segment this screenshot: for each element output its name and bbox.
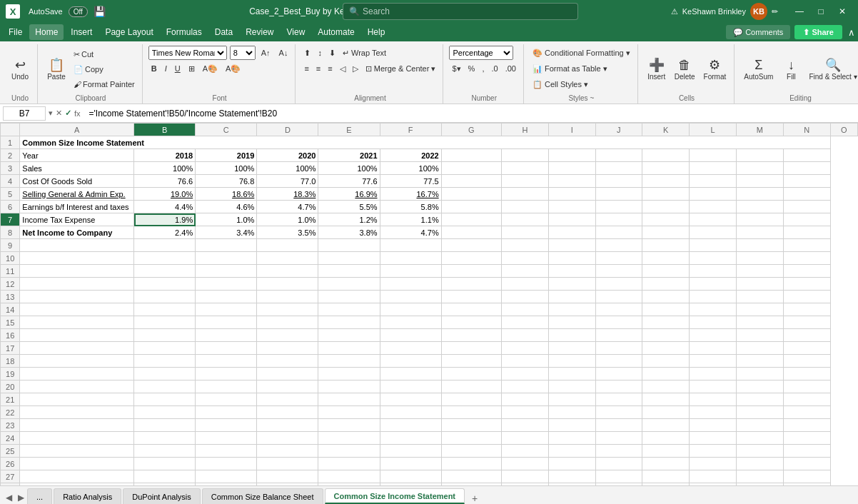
cell-M-21[interactable] (736, 393, 783, 406)
cell-B-18[interactable] (134, 355, 196, 368)
cell-G-17[interactable] (441, 342, 501, 355)
cell-B-26[interactable] (134, 458, 196, 470)
cell-A-22[interactable] (20, 406, 134, 419)
cell-N-28[interactable] (783, 483, 830, 486)
cell-B-6[interactable]: 4.4% (134, 201, 196, 213)
cell-K-15[interactable] (642, 316, 690, 329)
cell-B-4[interactable]: 76.6 (134, 175, 196, 188)
cell-L-18[interactable] (690, 355, 737, 368)
cell-B-14[interactable] (134, 303, 196, 316)
cell-A-2[interactable]: Year (20, 149, 134, 162)
cell-H-27[interactable] (502, 470, 549, 483)
cell-K-19[interactable] (642, 368, 690, 380)
underline-button[interactable]: U (172, 61, 183, 76)
paste-button[interactable]: 📋 Paste (44, 49, 69, 89)
cell-F-6[interactable]: 5.8% (380, 201, 441, 213)
cell-K-27[interactable] (642, 470, 690, 483)
format-painter-button[interactable]: 🖌 Format Painter (71, 77, 138, 91)
cell-M-26[interactable] (736, 458, 783, 470)
insert-function-button[interactable]: fx (74, 109, 81, 118)
cell-I-11[interactable] (549, 265, 596, 278)
menu-item-file[interactable]: File (3, 24, 28, 40)
cell-E-26[interactable] (318, 458, 380, 470)
cell-K-21[interactable] (642, 393, 690, 406)
cell-E-16[interactable] (318, 329, 380, 342)
cell-G-11[interactable] (441, 265, 501, 278)
col-header-l[interactable]: L (690, 124, 737, 136)
cell-L-5[interactable] (690, 188, 737, 201)
menu-item-view[interactable]: View (281, 24, 311, 40)
cell-I-18[interactable] (549, 355, 596, 368)
sheet-tab-ratio-analysis[interactable]: Ratio Analysis (54, 488, 121, 504)
close-button[interactable]: ✕ (832, 4, 852, 19)
decrease-indent-button[interactable]: ◁ (337, 61, 348, 76)
cell-I-2[interactable] (549, 149, 596, 162)
cell-F-18[interactable] (380, 355, 441, 368)
cell-I-9[interactable] (549, 239, 596, 252)
cell-N-9[interactable] (783, 239, 830, 252)
cell-C-7[interactable]: 1.0% (196, 213, 257, 226)
edit-icon[interactable]: ✏ (772, 7, 778, 16)
cell-M-4[interactable] (736, 175, 783, 188)
cell-C-5[interactable]: 18.6% (196, 188, 257, 201)
cell-I-22[interactable] (549, 406, 596, 419)
cell-B-23[interactable] (134, 419, 196, 432)
cell-B-8[interactable]: 2.4% (134, 226, 196, 239)
cell-J-13[interactable] (595, 291, 642, 303)
cell-F-3[interactable]: 100% (380, 162, 441, 175)
cell-J-15[interactable] (595, 316, 642, 329)
col-header-j[interactable]: J (595, 124, 642, 136)
cell-I-3[interactable] (549, 162, 596, 175)
col-header-k[interactable]: K (642, 124, 690, 136)
row-header-4[interactable]: 4 (1, 175, 20, 188)
cell-B-28[interactable] (134, 483, 196, 486)
row-header-21[interactable]: 21 (1, 393, 20, 406)
cell-E-24[interactable] (318, 432, 380, 445)
cell-I-10[interactable] (549, 252, 596, 265)
cell-F-7[interactable]: 1.1% (380, 213, 441, 226)
cell-K-17[interactable] (642, 342, 690, 355)
cell-H-9[interactable] (502, 239, 549, 252)
cell-K-12[interactable] (642, 278, 690, 291)
increase-decimal-button[interactable]: .0 (488, 61, 500, 76)
cell-F-22[interactable] (380, 406, 441, 419)
cell-B-5[interactable]: 19.0% (134, 188, 196, 201)
cell-M-18[interactable] (736, 355, 783, 368)
row-header-2[interactable]: 2 (1, 149, 20, 162)
cell-M-28[interactable] (736, 483, 783, 486)
cell-D-21[interactable] (257, 393, 318, 406)
cell-I-4[interactable] (549, 175, 596, 188)
row-header-16[interactable]: 16 (1, 329, 20, 342)
cell-I-24[interactable] (549, 432, 596, 445)
cell-N-21[interactable] (783, 393, 830, 406)
cell-F-14[interactable] (380, 303, 441, 316)
cell-C-13[interactable] (196, 291, 257, 303)
cell-C-28[interactable] (196, 483, 257, 486)
cell-J-2[interactable] (595, 149, 642, 162)
cell-H-15[interactable] (502, 316, 549, 329)
cell-N-24[interactable] (783, 432, 830, 445)
ribbon-collapse-button[interactable]: ∧ (848, 27, 855, 38)
row-header-19[interactable]: 19 (1, 368, 20, 380)
cell-E-6[interactable]: 5.5% (318, 201, 380, 213)
cell-J-25[interactable] (595, 445, 642, 458)
cell-C-9[interactable] (196, 239, 257, 252)
cell-B-12[interactable] (134, 278, 196, 291)
minimize-button[interactable]: — (789, 4, 809, 19)
cell-M-8[interactable] (736, 226, 783, 239)
menu-item-insert[interactable]: Insert (65, 24, 98, 40)
formula-input[interactable] (86, 107, 855, 120)
cell-N-4[interactable] (783, 175, 830, 188)
cell-E-9[interactable] (318, 239, 380, 252)
cell-A-5[interactable]: Selling General & Admin Exp. (20, 188, 134, 201)
cell-I-12[interactable] (549, 278, 596, 291)
cell-N-10[interactable] (783, 252, 830, 265)
add-sheet-button[interactable]: + (466, 493, 483, 504)
cell-H-2[interactable] (502, 149, 549, 162)
cell-N-22[interactable] (783, 406, 830, 419)
cell-G-26[interactable] (441, 458, 501, 470)
cell-F-15[interactable] (380, 316, 441, 329)
cell-G-7[interactable] (441, 213, 501, 226)
cell-M-2[interactable] (736, 149, 783, 162)
cell-F-5[interactable]: 16.7% (380, 188, 441, 201)
